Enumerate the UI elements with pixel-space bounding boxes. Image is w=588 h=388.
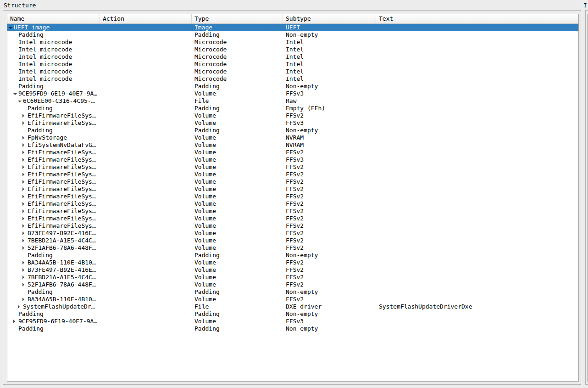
- branch-collapsed-icon[interactable]: [22, 281, 28, 288]
- row-subtype-cell: FFSv2: [283, 222, 376, 230]
- tree-row[interactable]: EfiFirmwareFileSys… Volume FFSv3: [7, 119, 578, 127]
- branch-collapsed-icon[interactable]: [18, 303, 23, 310]
- tree-row[interactable]: EfiFirmwareFileSys… Volume FFSv2: [7, 112, 578, 119]
- branch-collapsed-icon[interactable]: [22, 296, 28, 303]
- tree-row[interactable]: EfiFirmwareFileSys… Volume FFSv2: [7, 200, 578, 208]
- branch-collapsed-icon[interactable]: [22, 112, 28, 119]
- tree-row[interactable]: Intel microcode Microcode Intel: [7, 53, 578, 61]
- indent-spacer: [13, 325, 18, 332]
- row-type-cell: Volume: [192, 281, 283, 288]
- branch-collapsed-icon[interactable]: [22, 163, 28, 171]
- branch-collapsed-icon[interactable]: [22, 149, 28, 156]
- tree-row[interactable]: 52F1AFB6-78A6-448F… Volume FFSv2: [7, 244, 578, 252]
- branch-collapsed-icon[interactable]: [22, 266, 28, 274]
- branch-collapsed-icon[interactable]: [22, 156, 28, 163]
- column-header-action[interactable]: Action: [100, 14, 192, 23]
- row-name-label: EfiFirmwareFileSys…: [28, 112, 96, 119]
- column-header-type[interactable]: Type: [192, 14, 283, 23]
- tree-row[interactable]: Intel microcode Microcode Intel: [7, 61, 578, 68]
- tree-row[interactable]: B73FE497-B92E-416E… Volume FFSv2: [7, 230, 578, 237]
- row-subtype-cell: Intel: [283, 39, 376, 46]
- tree-row[interactable]: Intel microcode Microcode Intel: [7, 46, 578, 53]
- tree-row[interactable]: Padding Padding Non-empty: [7, 252, 578, 259]
- tree-row[interactable]: Padding Padding Non-empty: [7, 31, 578, 39]
- row-type-cell: Volume: [192, 208, 283, 215]
- column-header-name[interactable]: Name: [7, 14, 100, 23]
- tree-row[interactable]: 9CE95FD9-6E19-40E7-9A… Volume FFSv3: [7, 90, 578, 97]
- row-name-cell: EfiFirmwareFileSys…: [7, 149, 100, 156]
- branch-collapsed-icon[interactable]: [22, 237, 28, 244]
- indent-spacer: [22, 288, 28, 296]
- tree-row[interactable]: EfiSystemNvDataFvG… Volume NVRAM: [7, 141, 578, 149]
- row-action-cell: [100, 112, 192, 119]
- tree-row[interactable]: Intel microcode Microcode Intel: [7, 39, 578, 46]
- branch-collapsed-icon[interactable]: [22, 134, 28, 141]
- branch-collapsed-icon[interactable]: [22, 171, 28, 178]
- branch-collapsed-icon[interactable]: [22, 215, 28, 222]
- row-text-cell: [376, 31, 578, 39]
- tree-row[interactable]: 9CE95FD9-6E19-40E7-9A… Volume FFSv3: [7, 318, 578, 325]
- row-type-cell: Volume: [192, 244, 283, 252]
- row-action-cell: [100, 171, 192, 178]
- branch-expanded-icon[interactable]: [13, 90, 18, 97]
- branch-collapsed-icon[interactable]: [22, 200, 28, 208]
- tree-row[interactable]: EfiFirmwareFileSys… Volume FFSv2: [7, 193, 578, 200]
- tree-row[interactable]: UEFI image Image UEFI: [7, 24, 578, 31]
- tree-row[interactable]: FpNvStorage Volume NVRAM: [7, 134, 578, 141]
- tree-row[interactable]: EfiFirmwareFileSys… Volume FFSv2: [7, 163, 578, 171]
- branch-collapsed-icon[interactable]: [22, 193, 28, 200]
- tree-row[interactable]: 6C60EE00-C316-4C95-… File Raw: [7, 97, 578, 105]
- branch-collapsed-icon[interactable]: [22, 259, 28, 266]
- tree-row[interactable]: 52F1AFB6-78A6-448F… Volume FFSv2: [7, 281, 578, 288]
- row-subtype-cell: Intel: [283, 61, 376, 68]
- tree-row[interactable]: Intel microcode Microcode Intel: [7, 75, 578, 83]
- tree-row[interactable]: 7BEBD21A-A1E5-4C4C… Volume FFSv2: [7, 237, 578, 244]
- tree-row[interactable]: Padding Padding Non-empty: [7, 288, 578, 296]
- branch-collapsed-icon[interactable]: [22, 230, 28, 237]
- row-name-cell: 7BEBD21A-A1E5-4C4C…: [7, 274, 100, 281]
- row-name-cell: EfiFirmwareFileSys…: [7, 171, 100, 178]
- branch-collapsed-icon[interactable]: [22, 178, 28, 186]
- row-name-label: EfiFirmwareFileSys…: [28, 156, 96, 163]
- tree-row[interactable]: EfiFirmwareFileSys… Volume FFSv2: [7, 149, 578, 156]
- tree-row[interactable]: Padding Padding Non-empty: [7, 310, 578, 318]
- branch-collapsed-icon[interactable]: [22, 119, 28, 127]
- branch-collapsed-icon[interactable]: [22, 141, 28, 149]
- tree-row[interactable]: 7BEBD21A-A1E5-4C4C… Volume FFSv2: [7, 274, 578, 281]
- row-name-cell: EfiFirmwareFileSys…: [7, 200, 100, 208]
- tree-row[interactable]: EfiFirmwareFileSys… Volume FFSv3: [7, 156, 578, 163]
- branch-collapsed-icon[interactable]: [22, 274, 28, 281]
- row-name-cell: 6C60EE00-C316-4C95-…: [7, 97, 100, 105]
- row-action-cell: [100, 105, 192, 112]
- branch-collapsed-icon[interactable]: [22, 244, 28, 252]
- tree-row[interactable]: EfiFirmwareFileSys… Volume FFSv2: [7, 208, 578, 215]
- branch-collapsed-icon[interactable]: [13, 318, 18, 325]
- tree-row[interactable]: EfiFirmwareFileSys… Volume FFSv2: [7, 178, 578, 186]
- tree-row[interactable]: Padding Padding Non-empty: [7, 127, 578, 134]
- column-header-subtype[interactable]: Subtype: [283, 14, 376, 23]
- tree-row[interactable]: Padding Padding Non-empty: [7, 83, 578, 90]
- branch-collapsed-icon[interactable]: [22, 208, 28, 215]
- tree-row[interactable]: B73FE497-B92E-416E… Volume FFSv2: [7, 266, 578, 274]
- branch-collapsed-icon[interactable]: [22, 186, 28, 193]
- tree-row[interactable]: EfiFirmwareFileSys… Volume FFSv2: [7, 222, 578, 230]
- row-type-cell: Volume: [192, 266, 283, 274]
- tree-row[interactable]: Intel microcode Microcode Intel: [7, 68, 578, 75]
- row-type-cell: Volume: [192, 112, 283, 119]
- row-name-cell: UEFI image: [7, 24, 100, 31]
- tree-row[interactable]: EfiFirmwareFileSys… Volume FFSv2: [7, 171, 578, 178]
- branch-collapsed-icon[interactable]: [22, 222, 28, 230]
- tree-row[interactable]: BA34AA5B-110E-4B10… Volume FFSv2: [7, 259, 578, 266]
- tree-row[interactable]: EfiFirmwareFileSys… Volume FFSv2: [7, 186, 578, 193]
- tree-row[interactable]: Padding Padding Empty (FFh): [7, 105, 578, 112]
- column-header-text[interactable]: Text: [376, 14, 578, 23]
- tree-row[interactable]: SystemFlashUpdateDr… File DXE driver Sys…: [7, 303, 578, 310]
- tree-row[interactable]: EfiFirmwareFileSys… Volume FFSv2: [7, 215, 578, 222]
- tree-row[interactable]: Padding Padding Non-empty: [7, 325, 578, 332]
- branch-expanded-icon[interactable]: [9, 24, 14, 31]
- structure-tree[interactable]: Name Action Type Subtype Text UEFI image…: [7, 14, 579, 382]
- row-text-cell: [376, 259, 578, 266]
- tree-row[interactable]: BA34AA5B-110E-4B10… Volume FFSv2: [7, 296, 578, 303]
- branch-expanded-icon[interactable]: [18, 97, 23, 105]
- row-subtype-cell: FFSv2: [283, 215, 376, 222]
